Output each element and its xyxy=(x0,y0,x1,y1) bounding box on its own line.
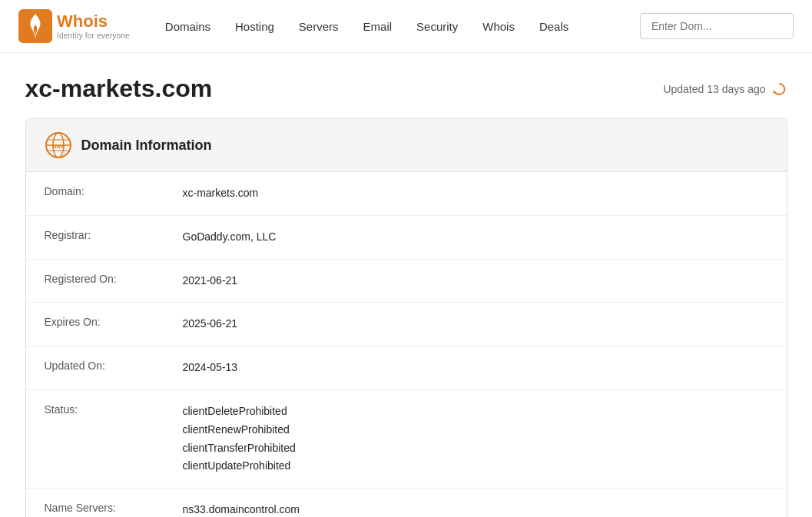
main-content: xc-markets.com Updated 13 days ago www D… xyxy=(7,53,806,517)
info-row-label: Registered On: xyxy=(45,272,183,285)
card-section-title: Domain Information xyxy=(81,138,212,154)
nav-link-domains[interactable]: Domains xyxy=(154,14,221,39)
info-row-label: Updated On: xyxy=(45,359,183,372)
info-row: Registrar:GoDaddy.com, LLC xyxy=(26,216,787,260)
logo-text: Whois Identity for everyone xyxy=(57,12,130,39)
info-rows-container: Domain:xc-markets.comRegistrar:GoDaddy.c… xyxy=(26,172,787,517)
domain-title: xc-markets.com xyxy=(25,75,213,103)
domain-info-card: www Domain Information Domain:xc-markets… xyxy=(25,118,787,517)
updated-text: Updated 13 days ago xyxy=(663,83,765,95)
logo-whois-text: Whois xyxy=(57,12,130,31)
info-row-value: 2021-06-21 xyxy=(183,272,768,290)
info-row-value: ns33.domaincontrol.comns34.domaincontrol… xyxy=(183,501,768,517)
info-row-value: GoDaddy.com, LLC xyxy=(183,228,768,247)
logo-tagline-text: Identity for everyone xyxy=(57,31,130,40)
info-row-label: Name Servers: xyxy=(45,501,183,514)
refresh-icon[interactable] xyxy=(772,81,787,97)
info-row-label: Registrar: xyxy=(45,228,183,241)
info-row: Domain:xc-markets.com xyxy=(26,172,787,216)
nav-link-deals[interactable]: Deals xyxy=(529,14,579,39)
nav-link-servers[interactable]: Servers xyxy=(288,14,350,39)
updated-info: Updated 13 days ago xyxy=(663,81,787,97)
info-row-value: 2024-05-13 xyxy=(183,359,768,377)
svg-marker-1 xyxy=(773,90,776,93)
info-row-label: Domain: xyxy=(45,184,183,197)
info-row-label: Expires On: xyxy=(45,315,183,328)
card-header: www Domain Information xyxy=(26,119,787,172)
logo-icon xyxy=(18,9,52,43)
nav-links: Domains Hosting Servers Email Security W… xyxy=(154,14,640,39)
nav-link-hosting[interactable]: Hosting xyxy=(224,14,285,39)
info-row-value: 2025-06-21 xyxy=(183,315,768,333)
info-row-label: Status: xyxy=(45,403,183,416)
info-row: Name Servers:ns33.domaincontrol.comns34.… xyxy=(26,489,787,517)
info-row: Status:clientDeleteProhibitedclientRenew… xyxy=(26,390,787,489)
navbar: Whois Identity for everyone Domains Host… xyxy=(0,0,812,53)
nav-link-security[interactable]: Security xyxy=(406,14,469,39)
www-icon: www xyxy=(45,131,72,159)
info-row: Registered On:2021-06-21 xyxy=(26,260,787,303)
info-row: Expires On:2025-06-21 xyxy=(26,303,787,346)
search-input[interactable] xyxy=(640,13,794,39)
info-row: Updated On:2024-05-13 xyxy=(26,346,787,390)
svg-text:www: www xyxy=(51,144,65,149)
nav-link-email[interactable]: Email xyxy=(353,14,403,39)
logo-link[interactable]: Whois Identity for everyone xyxy=(18,9,130,43)
info-row-value: clientDeleteProhibitedclientRenewProhibi… xyxy=(183,403,768,476)
info-row-value: xc-markets.com xyxy=(183,184,768,203)
domain-header: xc-markets.com Updated 13 days ago xyxy=(25,75,787,103)
nav-link-whois[interactable]: Whois xyxy=(472,14,525,39)
